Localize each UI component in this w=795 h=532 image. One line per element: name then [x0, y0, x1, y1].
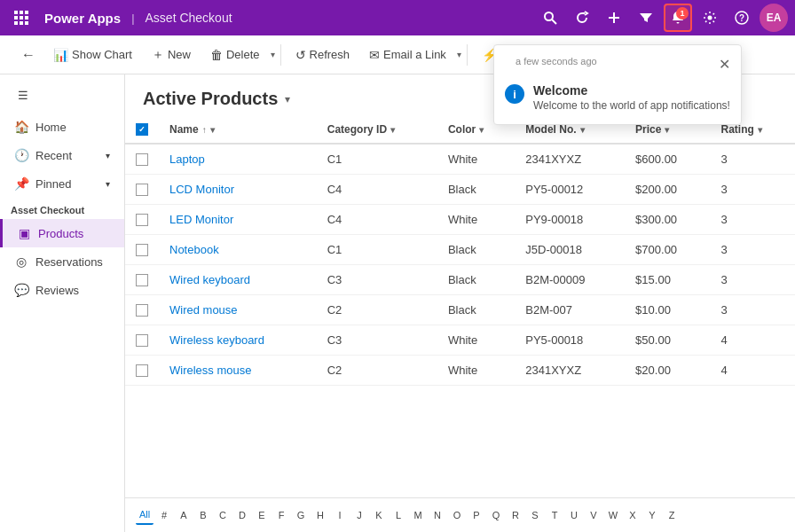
row-checkbox-cell[interactable]	[125, 295, 159, 325]
page-title-chevron[interactable]: ▾	[285, 93, 290, 106]
catid-filter-icon[interactable]: ▾	[390, 125, 395, 135]
col-category-id[interactable]: Category ID ▾	[317, 116, 437, 144]
alpha-char-f[interactable]: F	[272, 505, 290, 525]
alpha-char-z[interactable]: Z	[663, 505, 681, 525]
rating-filter-icon[interactable]: ▾	[758, 125, 762, 135]
row-name[interactable]: Notebook	[159, 235, 317, 265]
sidebar: ☰ 🏠 Home 🕐 Recent ▾ 📌 Pinned ▾ Asset Che…	[0, 74, 125, 532]
refresh-icon-btn[interactable]	[568, 4, 596, 32]
refresh-cmd-icon: ↺	[295, 48, 306, 62]
delete-chevron[interactable]: ▾	[271, 50, 275, 59]
back-button[interactable]: ←	[14, 43, 43, 66]
alpha-char-l[interactable]: L	[390, 505, 407, 525]
alpha-char-#[interactable]: #	[155, 505, 173, 525]
row-checkbox-cell[interactable]	[125, 325, 159, 356]
bell-icon-btn[interactable]: 1	[664, 4, 692, 32]
select-all-checkbox[interactable]: ✓	[136, 123, 148, 136]
row-rating: 3	[710, 144, 795, 175]
help-icon-btn[interactable]: ?	[728, 4, 756, 32]
svg-rect-2	[25, 11, 28, 14]
sidebar-item-pinned[interactable]: 📌 Pinned ▾	[0, 169, 124, 198]
row-checkbox[interactable]	[136, 184, 148, 196]
notif-close-button[interactable]: ✕	[719, 56, 730, 73]
alpha-char-y[interactable]: Y	[643, 505, 661, 525]
sidebar-item-home[interactable]: 🏠 Home	[0, 113, 124, 141]
row-checkbox[interactable]	[136, 214, 148, 226]
alpha-char-s[interactable]: S	[526, 505, 544, 525]
notif-time: a few seconds ago	[505, 56, 608, 66]
show-chart-button[interactable]: 📊 Show Chart	[44, 43, 141, 67]
cmd-divider-2	[467, 44, 468, 66]
home-icon: 🏠	[14, 120, 28, 134]
alpha-char-u[interactable]: U	[565, 505, 583, 525]
row-name[interactable]: Wireless keyboard	[159, 325, 317, 356]
row-checkbox-cell[interactable]	[125, 175, 159, 205]
col-name[interactable]: Name ↑ ▾	[159, 116, 317, 144]
alpha-char-n[interactable]: N	[429, 505, 446, 525]
add-icon-btn[interactable]	[600, 4, 628, 32]
modelno-filter-icon[interactable]: ▾	[580, 125, 585, 135]
color-filter-icon[interactable]: ▾	[479, 125, 484, 135]
row-name[interactable]: Wireless mouse	[159, 356, 317, 386]
row-checkbox[interactable]	[136, 364, 148, 377]
row-checkbox-cell[interactable]	[125, 205, 159, 235]
alpha-char-r[interactable]: R	[507, 505, 524, 525]
new-button[interactable]: ＋ New	[143, 42, 200, 68]
alpha-char-j[interactable]: J	[350, 505, 368, 525]
row-name[interactable]: LED Monitor	[159, 205, 317, 235]
alpha-char-e[interactable]: E	[253, 505, 271, 525]
chart-icon: 📊	[53, 48, 68, 62]
alpha-char-c[interactable]: C	[214, 505, 232, 525]
email-chevron[interactable]: ▾	[457, 50, 461, 59]
row-checkbox-cell[interactable]	[125, 265, 159, 295]
alpha-char-m[interactable]: M	[409, 505, 427, 525]
row-checkbox[interactable]	[136, 334, 148, 347]
alpha-char-i[interactable]: I	[331, 505, 349, 525]
col-checkbox[interactable]: ✓	[125, 116, 159, 144]
row-checkbox-cell[interactable]	[125, 235, 159, 265]
row-checkbox[interactable]	[136, 153, 148, 166]
alpha-char-k[interactable]: K	[370, 505, 388, 525]
apps-grid-icon[interactable]	[7, 4, 35, 32]
row-checkbox-cell[interactable]	[125, 356, 159, 386]
sidebar-item-products[interactable]: ▣ Products	[0, 219, 124, 247]
hamburger-icon: ☰	[18, 89, 28, 102]
refresh-button[interactable]: ↺ Refresh	[287, 43, 359, 67]
row-name[interactable]: Laptop	[159, 144, 317, 175]
email-link-button[interactable]: ✉ Email a Link	[360, 43, 455, 67]
row-model-no: J5D-00018	[515, 235, 625, 265]
price-filter-icon[interactable]: ▾	[665, 125, 669, 135]
alpha-char-v[interactable]: V	[585, 505, 602, 525]
row-name[interactable]: LCD Monitor	[159, 175, 317, 205]
row-checkbox[interactable]	[136, 304, 148, 317]
search-icon-btn[interactable]	[536, 4, 564, 32]
alpha-char-o[interactable]: O	[448, 505, 466, 525]
settings-icon-btn[interactable]	[696, 4, 724, 32]
row-name[interactable]: Wired mouse	[159, 295, 317, 325]
alpha-char-t[interactable]: T	[546, 505, 563, 525]
row-name[interactable]: Wired keyboard	[159, 265, 317, 295]
row-price: $600.00	[625, 144, 710, 175]
sidebar-item-reviews[interactable]: 💬 Reviews	[0, 276, 124, 304]
row-checkbox[interactable]	[136, 274, 148, 286]
alpha-char-g[interactable]: G	[292, 505, 310, 525]
alpha-char-x[interactable]: X	[624, 505, 642, 525]
sidebar-hamburger[interactable]: ☰	[4, 80, 121, 111]
avatar[interactable]: EA	[760, 4, 788, 32]
alpha-char-h[interactable]: H	[311, 505, 329, 525]
alpha-char-b[interactable]: B	[194, 505, 212, 525]
alpha-char-w[interactable]: W	[604, 505, 622, 525]
notif-content: Welcome Welcome to the world of app noti…	[533, 83, 730, 112]
filter-icon-btn[interactable]	[632, 4, 660, 32]
alpha-char-d[interactable]: D	[233, 505, 251, 525]
row-checkbox-cell[interactable]	[125, 144, 159, 175]
alpha-char-all[interactable]: All	[136, 505, 153, 525]
sidebar-item-recent[interactable]: 🕐 Recent ▾	[0, 141, 124, 169]
alpha-char-p[interactable]: P	[468, 505, 485, 525]
alpha-char-a[interactable]: A	[175, 505, 193, 525]
row-checkbox[interactable]	[136, 244, 148, 256]
name-filter-icon[interactable]: ▾	[210, 125, 215, 135]
sidebar-item-reservations[interactable]: ◎ Reservations	[0, 247, 124, 276]
delete-button[interactable]: 🗑 Delete	[201, 43, 269, 67]
alpha-char-q[interactable]: Q	[487, 505, 505, 525]
